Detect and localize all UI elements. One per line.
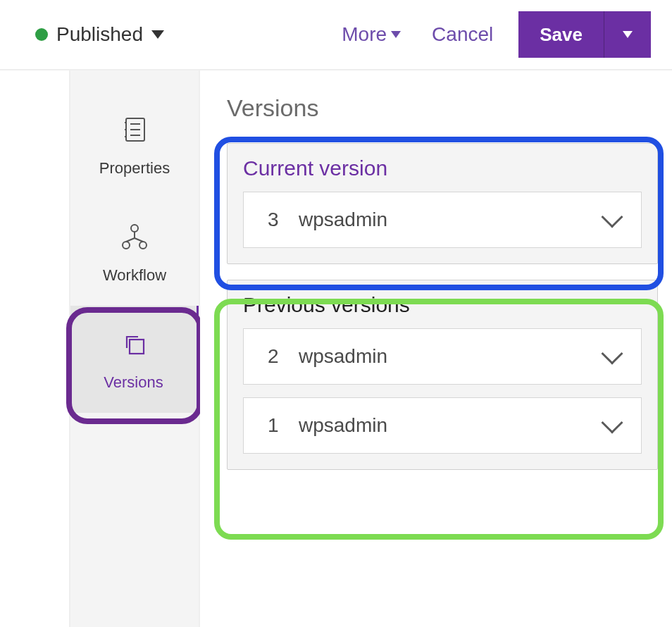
version-user: wpsadmin [299,209,604,231]
version-user: wpsadmin [299,345,604,368]
svg-line-12 [135,238,143,242]
save-button[interactable]: Save [518,11,604,58]
tab-label: Versions [104,373,163,392]
chevron-down-icon [601,342,623,364]
page-title: Versions [227,94,658,122]
previous-versions-panel: Previous versions 2 wpsadmin 1 wpsadmin [227,280,658,470]
version-row[interactable]: 2 wpsadmin [243,328,642,385]
version-row[interactable]: 3 wpsadmin [243,192,642,248]
save-dropdown-button[interactable] [604,11,651,58]
version-number: 1 [268,414,299,437]
svg-point-8 [123,242,130,249]
tab-workflow[interactable]: Workflow [70,199,199,306]
caret-down-icon [623,31,633,38]
main-panel: Versions Current version 3 wpsadmin Prev… [200,70,672,627]
status-dot-icon [35,28,48,41]
tab-label: Workflow [103,266,166,285]
save-split-button: Save [518,11,651,58]
status-label: Published [56,23,143,46]
svg-line-11 [126,238,135,242]
panel-title: Current version [228,144,657,192]
side-nav: Properties Workflow [69,70,200,627]
workflow-icon [118,220,151,258]
save-label: Save [540,24,583,46]
panel-title: Previous versions [228,280,657,328]
left-gutter [0,70,69,627]
cancel-link[interactable]: Cancel [432,23,493,46]
version-number: 2 [268,345,299,368]
more-label: More [342,23,387,46]
version-number: 3 [268,209,299,231]
caret-down-icon [151,30,164,39]
versions-icon [117,327,151,365]
caret-down-icon [391,31,401,38]
cancel-label: Cancel [432,23,493,46]
status-dropdown[interactable]: Published [35,23,164,46]
svg-rect-13 [130,340,144,354]
svg-point-7 [131,225,138,232]
tab-label: Properties [99,159,170,178]
chevron-down-icon [601,206,623,228]
svg-point-9 [139,242,147,249]
current-rows: 3 wpsadmin [228,192,657,263]
tab-versions[interactable]: Versions [70,306,199,413]
more-menu[interactable]: More [342,23,401,46]
properties-icon [118,113,151,151]
body: Properties Workflow [0,70,672,627]
version-user: wpsadmin [299,414,604,437]
previous-rows: 2 wpsadmin 1 wpsadmin [228,328,657,469]
toolbar: Published More Cancel Save [0,0,672,70]
chevron-down-icon [601,411,623,433]
current-version-panel: Current version 3 wpsadmin [227,143,658,264]
tab-properties[interactable]: Properties [70,92,199,199]
version-row[interactable]: 1 wpsadmin [243,397,642,454]
